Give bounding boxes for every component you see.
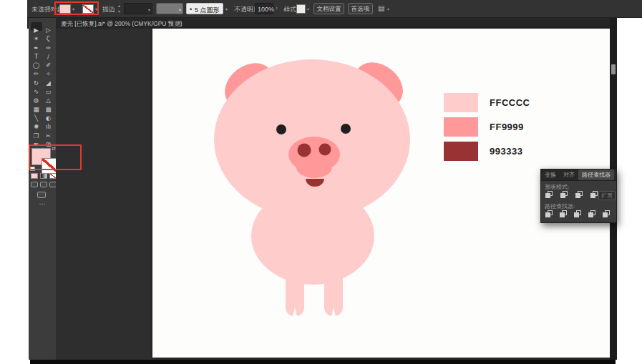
rotate-tool[interactable]: ↻ [31,75,42,84]
window-bottom-edge [30,360,616,364]
trim-button[interactable] [559,210,568,219]
brush-preview-dot: • [190,6,192,13]
magic-wand-tool[interactable]: ✶ [31,31,42,39]
chevron-down-icon[interactable]: ▾ [95,6,97,11]
crop-button[interactable] [588,210,597,219]
document-setup-button[interactable]: 文档设置 [313,3,344,14]
chevron-down-icon[interactable]: ▾ [387,6,389,11]
draw-normal-button[interactable] [31,182,38,187]
blend-tool[interactable]: ◐ [43,110,54,119]
chevron-down-icon[interactable]: ▾ [225,6,228,11]
outline-button[interactable] [602,210,611,219]
close-tab-icon[interactable]: ✕ [177,20,182,26]
palette-hex-label: 993333 [490,146,522,157]
pathfinder-panel: 变换 对齐 路径查找器 形状模式: 扩展 路径查找器: [540,169,617,223]
color-palette-legend: FFCCCC FF9999 993333 [444,93,530,161]
stroke-label: 描边 [102,5,115,14]
palette-swatch [444,142,478,161]
minus-back-button[interactable] [616,210,617,219]
width-tool[interactable]: ∿ [31,84,42,92]
opacity-value-field[interactable]: 100% [255,3,273,14]
control-bar: 未选择对象 ▾ ▾ 描边 ▴ ▾ ▾ ▾ • 5 点圆形 ▾ 不透明度: 100… [27,0,642,18]
expand-dock-handle[interactable] [611,64,616,74]
canvas-pasteboard[interactable]: FFCCCC FF9999 993333 [56,29,617,360]
artboard-tool[interactable]: ❒ [31,128,42,137]
tab-align[interactable]: 对齐 [560,169,578,180]
symbol-sprayer-tool[interactable]: ✺ [31,119,42,127]
draw-behind-button[interactable] [40,182,47,187]
brush-definition-combo[interactable]: • 5 点圆形 [186,3,223,14]
chevron-down-icon[interactable]: ▾ [307,6,309,11]
gradient-mode-button[interactable] [40,173,47,179]
expand-button[interactable]: 扩展 [598,191,616,200]
ellipse-tool[interactable]: ◯ [31,57,42,66]
intersect-button[interactable] [575,191,584,200]
preferences-button[interactable]: 首选项 [348,3,373,14]
gradient-tool[interactable]: ▩ [43,102,54,110]
scale-tool[interactable]: ◢ [43,75,54,84]
chevron-down-icon: ▾ [179,7,181,12]
perspective-grid-tool[interactable]: △ [43,92,54,101]
divide-button[interactable] [545,210,554,219]
free-transform-tool[interactable]: ▭ [43,84,54,92]
palette-row-ffcccc: FFCCCC [444,93,530,112]
shape-modes-label: 形状模式: [545,183,569,191]
document-tab-bar: 麦壳 [已恢复].ai* @ 200% (CMYK/GPU 预览) ✕ [27,18,617,29]
curvature-tool[interactable]: ✑ [43,40,54,49]
palette-row-993333: 993333 [444,142,530,161]
color-mode-button[interactable] [31,173,38,179]
stepper-up-icon[interactable]: ▴ [118,3,120,8]
palette-hex-label: FFCCCC [490,97,530,108]
pig-right-nostril [319,144,331,156]
paintbrush-tool[interactable]: ✐ [43,57,54,66]
column-graph-tool[interactable]: ılı [43,119,54,127]
type-tool[interactable]: T [31,49,42,57]
pig-left-nostril [298,144,311,157]
palette-hex-label: FF9999 [490,122,524,132]
mesh-tool[interactable]: ▦ [31,102,42,110]
selection-tool[interactable]: ▶ [31,22,42,31]
illustrator-window: 未选择对象 ▾ ▾ 描边 ▴ ▾ ▾ ▾ • 5 点圆形 ▾ 不透明度: 100… [0,0,642,364]
pencil-tool[interactable]: ✏ [31,66,42,74]
pathfinders-label: 路径查找器: [545,202,575,210]
opacity-more-icon[interactable]: › [276,4,278,11]
minus-front-button[interactable] [560,191,569,200]
palette-swatch [444,93,478,112]
eyedropper-tool[interactable]: ╲ [31,110,42,119]
shape-builder-tool[interactable]: ◍ [31,92,42,101]
width-profile-combo[interactable]: ▾ [156,3,183,14]
pig-left-eye [276,124,286,134]
stepper-down-icon[interactable]: ▾ [118,9,120,14]
chevron-down-icon: ▾ [148,7,150,12]
lasso-tool[interactable]: Ϛ [43,31,54,39]
tab-pathfinder[interactable]: 路径查找器 [578,169,614,180]
more-tools-icon[interactable]: ⋯ [29,200,56,207]
palette-swatch [444,117,478,137]
fill-color-swatch[interactable] [59,4,71,14]
palette-row-ff9999: FF9999 [444,117,530,137]
line-segment-tool[interactable]: ∕ [43,49,54,57]
direct-selection-tool[interactable]: ▷ [43,22,54,31]
stroke-weight-combo[interactable]: ▾ [124,3,152,14]
workspace-switcher-icon[interactable]: ▤ [378,4,384,12]
screen-mode-button[interactable] [37,192,46,198]
unite-button[interactable] [545,191,554,200]
pig-snout-lower [296,157,332,178]
chevron-down-icon[interactable]: ▾ [72,6,74,11]
style-swatch[interactable] [296,4,306,14]
document-tab[interactable]: 麦壳 [已恢复].ai* @ 200% (CMYK/GPU 预览) [61,20,183,29]
stroke-color-swatch[interactable] [82,4,94,14]
tools-panel: ▶ ▷ ✶ Ϛ ✒ ✑ T ∕ ◯ ✐ ✏ ✧ [29,18,56,360]
merge-button[interactable] [573,210,583,219]
annotation-box-fill-stroke-indicator [29,144,82,170]
brush-name: 5 点圆形 [195,6,220,15]
slice-tool[interactable]: ✂ [43,128,54,137]
pig-right-eye [341,124,351,134]
shaper-tool[interactable]: ✧ [43,66,54,74]
tab-transform[interactable]: 变换 [541,169,560,180]
pen-tool[interactable]: ✒ [31,40,42,49]
